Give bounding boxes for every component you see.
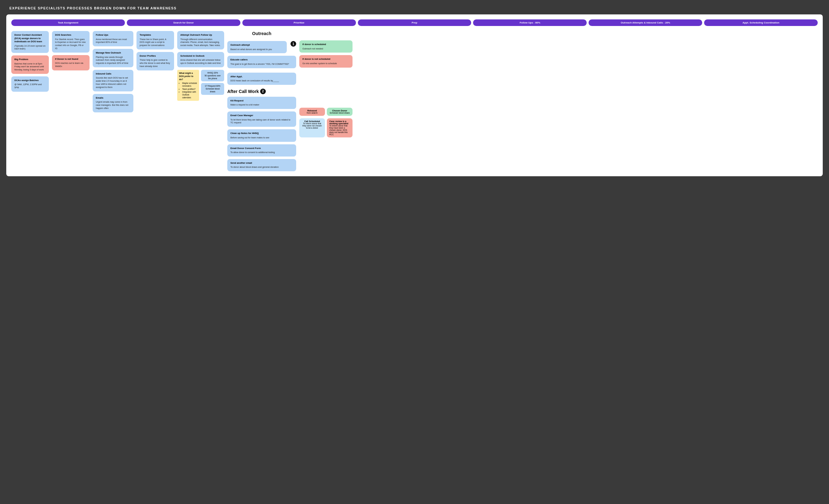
card-email-case-manager: Email Case Manager To let them know they… (227, 111, 296, 127)
col-prioritize: Follow Ups Anna mentioned these are most… (93, 31, 133, 112)
card-dcas-batches: DCAs assign Batches @ 9AM, 12PM, 2:30PM … (11, 76, 49, 92)
outreach-title: Outreach (227, 31, 296, 36)
page-title: EXPERIENCE SPECIALISTS PROCESSES BROKEN … (6, 6, 823, 10)
card-released: Released from search (299, 108, 325, 116)
pill-search-for-donor: Search for Donor (127, 20, 241, 26)
card-if-scheduled: If donor is scheduled Outreach not neede… (299, 40, 353, 52)
pill-prep: Prep (358, 20, 471, 26)
sticky-note: What might a DOS prefer to do? Maybe sch… (177, 70, 199, 101)
card-big-problem: Big Problem Batches that come in at 5pm … (11, 56, 49, 74)
col-outreach: Outreach Outreach attempt Based on what … (227, 31, 296, 171)
followup-details: What might a DOS prefer to do? Maybe sch… (177, 70, 224, 101)
after-call-title: After Call Work 2 (227, 88, 296, 94)
pill-outreach: Outreach Attempts & Inbound Calls - 20% (588, 20, 702, 26)
card-kit-request: Kit Request Make a request to a kit make… (227, 97, 296, 109)
card-donor-profiles: Donor Profiles These help to give contex… (137, 52, 174, 70)
pill-appt: Appt. Scheduling Coordination (704, 20, 818, 26)
pill-follow-ups: Follow Ups - 80% (473, 20, 587, 26)
badge-1: 1 (291, 41, 296, 47)
col-prep: Templates These live in Share point. A D… (137, 31, 174, 70)
card-email-donor-consent: Email Donor Consent Form To allow donor … (227, 144, 296, 156)
header-row: Task Assignment Search for Donor Priorit… (11, 20, 818, 26)
pill-task-assignment: Task Assignment (11, 20, 125, 26)
main-container: Task Assignment Search for Donor Priorit… (6, 14, 823, 176)
card-educate-callers: Educate callers The goal is to get them … (227, 56, 296, 68)
after-call-section-label: After Call Work (227, 89, 259, 94)
col-follow-ups: Attempt Outreach Follow Up Through diffe… (177, 31, 224, 101)
card-after-appt: After Appt. DOS hears back on conclusion… (227, 73, 296, 85)
card-dos-searches: DOS Searches For Starlink record. Then g… (52, 31, 89, 52)
card-scheduled-outlook: Scheduled in Outlook Anna shared that sh… (177, 52, 224, 67)
col-task-assignment: Donor Contact Assistant (DCA) assign don… (11, 31, 49, 92)
card-emails: Emails Urgent emails may come in from ca… (93, 94, 133, 112)
card-follow-ups: Follow Ups Anna mentioned these are most… (93, 31, 133, 46)
mini-card-ct-request: CT Request 80% Schedule blood draws (201, 83, 224, 95)
card-outreach-attempt: Outreach attempt Based on what donors ar… (227, 41, 287, 53)
col-appt-scheduling: If donor is scheduled Outreach not neede… (299, 31, 353, 137)
card-send-another-email: Send another email To donor about blood … (227, 159, 296, 171)
card-call-scheduled: Call Scheduled To inform donor that they… (299, 118, 325, 137)
columns-wrapper: Donor Contact Assistant (DCA) assign don… (11, 31, 818, 171)
appt-call-case-row: Call Scheduled To inform donor that they… (299, 118, 353, 137)
pill-prioritize: Prioritize (242, 20, 356, 26)
card-dca-assign: Donor Contact Assistant (DCA) assign don… (11, 31, 49, 53)
card-case-review: Case review is a working specialist To i… (327, 118, 353, 137)
card-manage-outreach: Manage New Outreach Planting new seeds t… (93, 49, 133, 67)
card-attempt-outreach: Attempt Outreach Follow Up Through diffe… (177, 31, 224, 49)
col-search-for-donor: DOS Searches For Starlink record. Then g… (52, 31, 89, 70)
card-cleanup-notes: Clean up Notes for HHSQ Before saving ou… (227, 129, 296, 142)
badge-2: 2 (260, 88, 266, 94)
appt-released-chosen-row: Released from search Chosen Donor Schedu… (299, 108, 353, 116)
card-templates: Templates These live in Share point. A D… (137, 31, 174, 49)
card-inbound-calls: Inbound Calls Sounds like each DOS has t… (93, 70, 133, 92)
mini-card-hhsq: HHSQ 20% 50 questions over the phone (201, 70, 224, 81)
card-donor-not-found: If Donor is not found DOS reaches out to… (52, 55, 89, 70)
card-if-not-scheduled: If donor is not scheduled Go into anothe… (299, 55, 353, 67)
card-chosen-donor: Chosen Donor Schedule blood draws (327, 108, 353, 116)
outreach-attempt-row: Outreach attempt Based on what donors ar… (227, 41, 296, 53)
mini-cards-col: HHSQ 20% 50 questions over the phone CT … (201, 70, 224, 95)
